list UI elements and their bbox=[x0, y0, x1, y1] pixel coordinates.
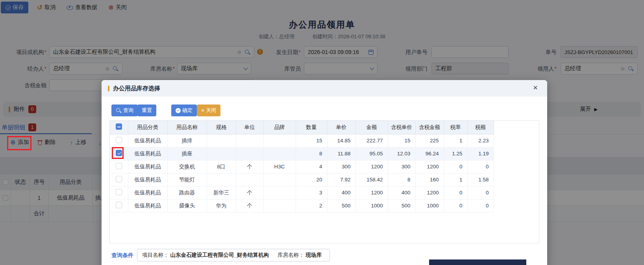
cell-name: 插排 bbox=[167, 134, 207, 147]
cell-brand bbox=[263, 186, 296, 199]
dialog-header: 办公用品库存选择 bbox=[102, 80, 547, 97]
cell-tax_amount: 225 bbox=[415, 134, 444, 147]
cell-spec: 8口 bbox=[207, 160, 236, 173]
query-button[interactable]: 查询 bbox=[111, 105, 138, 116]
confirm-button-label: 确定 bbox=[182, 107, 192, 114]
cell-tax_amount: 1000 bbox=[415, 199, 444, 212]
cell-qty: 20 bbox=[296, 173, 327, 186]
cell-tax: 1.58 bbox=[467, 173, 494, 186]
row-checkbox[interactable] bbox=[116, 202, 122, 208]
column-header-tax_amount: 含税金额 bbox=[415, 121, 444, 134]
dialog-close-button-label: 关闭 bbox=[206, 107, 216, 114]
cell-price: 14.85 bbox=[327, 134, 355, 147]
cell-tax_rate: 0 bbox=[444, 186, 467, 199]
column-header-name: 用品名称 bbox=[167, 121, 207, 134]
dialog-close-button[interactable]: × 关闭 bbox=[197, 105, 220, 116]
select-all-checkbox[interactable] bbox=[116, 123, 122, 130]
cell-category: 低值易耗品 bbox=[128, 147, 167, 160]
cell-brand bbox=[263, 147, 296, 160]
inventory-row-4[interactable]: 低值易耗品节能灯207.92158.42816011.58 bbox=[110, 173, 494, 186]
cell-qty: 8 bbox=[296, 147, 327, 160]
row-checkbox[interactable] bbox=[116, 176, 122, 182]
cell-tax_price: 400 bbox=[388, 186, 415, 199]
row-checkbox[interactable] bbox=[116, 163, 122, 169]
row-checkbox[interactable] bbox=[116, 137, 122, 143]
cell-amount: 1200 bbox=[355, 186, 388, 199]
query-conditions-box: 项目名称：山东金石建设工程有限公司_财务结算机构库房名称：现场库 bbox=[137, 249, 330, 261]
cell-spec bbox=[207, 134, 236, 147]
cell-price: 300 bbox=[327, 160, 355, 173]
column-header-brand: 品牌 bbox=[263, 121, 296, 134]
cell-name: 摄像头 bbox=[167, 199, 207, 212]
query-conditions-label: 查询条件 bbox=[111, 252, 133, 259]
cell-category: 低值易耗品 bbox=[128, 134, 167, 147]
cell-tax: 0 bbox=[467, 186, 494, 199]
cell-tax_amount: 1200 bbox=[415, 186, 444, 199]
cell-spec: 新华三 bbox=[207, 186, 236, 199]
annotation-box-selected-checkbox bbox=[112, 147, 124, 159]
row-checkbox-cell[interactable] bbox=[110, 199, 128, 212]
cell-tax: 0 bbox=[467, 199, 494, 212]
cell-spec bbox=[207, 147, 236, 160]
cell-spec: 华为 bbox=[207, 199, 236, 212]
x-icon: × bbox=[201, 108, 204, 113]
app-window: 保存 ↺ 取消 查看数据 ⊗ 关闭 办公用品领用单 创建人：总经理 创建时间：2… bbox=[0, 0, 644, 265]
cell-tax_rate: 1 bbox=[444, 173, 467, 186]
cell-category: 低值易耗品 bbox=[128, 199, 167, 212]
cell-qty: 3 bbox=[296, 186, 327, 199]
circled-check-icon bbox=[176, 108, 181, 113]
column-header-qty: 数量 bbox=[296, 121, 327, 134]
cell-unit bbox=[236, 147, 263, 160]
cell-price: 7.92 bbox=[327, 173, 355, 186]
cell-amount: 95.05 bbox=[355, 147, 388, 160]
row-checkbox-cell[interactable] bbox=[110, 160, 128, 173]
query-warehouse-label: 库房名称： bbox=[278, 252, 304, 259]
dialog-close-icon[interactable]: × bbox=[533, 84, 538, 91]
cell-name: 交换机 bbox=[167, 160, 207, 173]
confirm-button[interactable]: 确定 bbox=[171, 105, 197, 116]
cell-tax_price: 15 bbox=[388, 134, 415, 147]
cell-brand bbox=[263, 134, 296, 147]
column-header-category: 用品分类 bbox=[128, 121, 167, 134]
cell-category: 低值易耗品 bbox=[128, 160, 167, 173]
cell-unit bbox=[236, 134, 263, 147]
cell-amount: 222.77 bbox=[355, 134, 388, 147]
cell-name: 路由器 bbox=[167, 186, 207, 199]
cell-qty: 2 bbox=[296, 199, 327, 212]
cell-brand: H3C bbox=[263, 160, 296, 173]
row-checkbox-cell[interactable] bbox=[110, 173, 128, 186]
inventory-row-1[interactable]: 低值易耗品插排1514.85222.771522512.23 bbox=[110, 134, 494, 147]
reset-button[interactable]: 重置 bbox=[137, 105, 156, 116]
cell-tax_price: 500 bbox=[388, 199, 415, 212]
row-checkbox-cell[interactable] bbox=[110, 186, 128, 199]
cell-tax_rate: 0 bbox=[444, 199, 467, 212]
row-checkbox-cell[interactable] bbox=[110, 134, 128, 147]
inventory-row-2[interactable]: 低值易耗品插座811.8895.0512.0396.241.251.19 bbox=[110, 147, 494, 160]
accent-bar-icon bbox=[108, 86, 109, 91]
cell-tax_price: 300 bbox=[388, 160, 415, 173]
cell-tax_price: 12.03 bbox=[388, 147, 415, 160]
cell-tax_amount: 1200 bbox=[415, 160, 444, 173]
cell-tax_rate: 1.25 bbox=[444, 147, 467, 160]
cell-tax_amount: 96.24 bbox=[415, 147, 444, 160]
search-icon bbox=[116, 108, 122, 114]
column-header-amount: 金额 bbox=[355, 121, 388, 134]
cell-price: 400 bbox=[327, 186, 355, 199]
column-header-tax: 税额 bbox=[467, 121, 494, 134]
column-header-tax_price: 含税单价 bbox=[388, 121, 415, 134]
cell-tax_amount: 160 bbox=[415, 173, 444, 186]
cell-tax_rate: 0 bbox=[444, 160, 467, 173]
inventory-row-6[interactable]: 低值易耗品摄像头华为个25001000500100000 bbox=[110, 199, 494, 212]
inventory-row-5[interactable]: 低值易耗品路由器新华三个34001200400120000 bbox=[110, 186, 494, 199]
cell-name: 插座 bbox=[167, 147, 207, 160]
query-button-label: 查询 bbox=[123, 107, 133, 114]
inventory-row-3[interactable]: 低值易耗品交换机8口个H3C43001200300120000 bbox=[110, 160, 494, 173]
cell-tax: 0 bbox=[467, 160, 494, 173]
cell-price: 11.88 bbox=[327, 147, 355, 160]
cell-qty: 15 bbox=[296, 134, 327, 147]
row-checkbox[interactable] bbox=[116, 189, 122, 195]
modal-table: 用品分类用品名称规格单位品牌数量单价金额含税单价含税金额税率税额低值易耗品插排1… bbox=[110, 121, 494, 213]
cell-spec bbox=[207, 173, 236, 186]
cell-tax: 2.23 bbox=[467, 134, 494, 147]
select-all-cell[interactable] bbox=[110, 121, 128, 134]
